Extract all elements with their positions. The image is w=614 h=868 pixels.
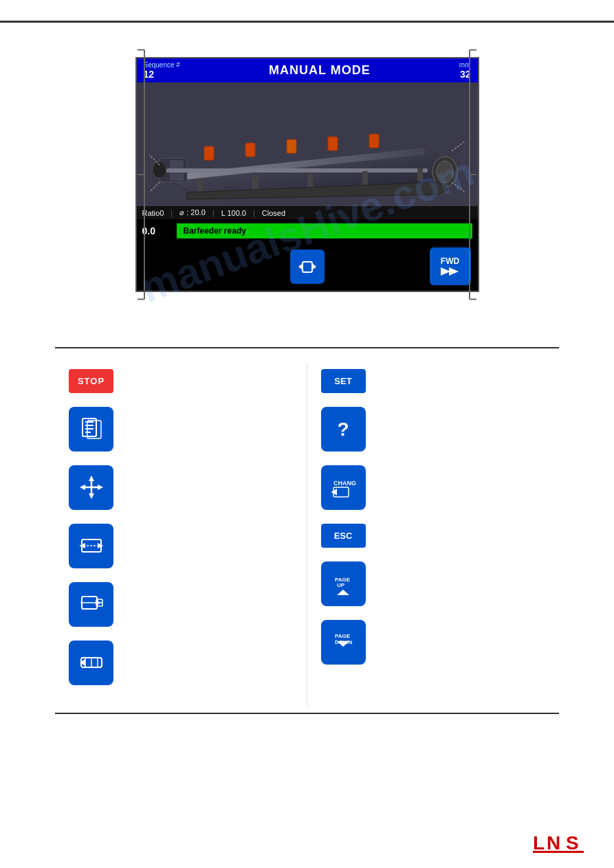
svg-point-12 [437,161,453,183]
svg-marker-29 [449,267,459,276]
svg-line-13 [452,141,465,151]
page-down-button[interactable]: PAGE DOWN [321,620,366,665]
pages-row [69,407,293,452]
help-row: ? [321,407,546,452]
svg-marker-56 [96,600,101,605]
svg-marker-48 [80,485,85,490]
svg-text:PAGE: PAGE [335,633,351,639]
state-display: Closed [262,209,285,217]
length-display: L 100.0 [221,209,246,217]
feed-button[interactable] [69,582,113,627]
controls-left-column: STOP [55,362,307,706]
mode-display: MANUAL MODE [269,63,371,78]
svg-rect-41 [85,428,94,430]
status-bar: Ratio0 | ⌀ : 20.0 | L 100.0 | Closed [137,206,478,219]
screen-header: Sequence # 12 MANUAL MODE mm 32 [137,58,478,82]
svg-rect-76 [533,851,584,853]
controls-right-column: SET ? CHANGE [307,362,560,706]
svg-rect-21 [417,168,423,181]
conveyor-row [69,641,293,685]
controls-grid: STOP [55,362,559,706]
svg-rect-7 [287,140,296,153]
svg-rect-19 [307,174,313,188]
svg-rect-20 [362,171,368,185]
mm-value: 32 [460,69,471,80]
page-up-button[interactable]: PAGE UP [321,561,366,606]
svg-marker-47 [89,493,94,499]
controls-section: STOP [28,347,586,714]
svg-point-3 [153,162,166,178]
diameter-display: ⌀ : 20.0 [179,208,206,217]
svg-rect-23 [303,262,312,272]
svg-rect-40 [85,425,94,426]
controls-bottom-divider [55,713,559,714]
svg-rect-9 [369,134,379,148]
stop-button[interactable]: STOP [69,369,113,393]
svg-text:CHANGE: CHANGE [333,480,356,487]
sequence-value: 12 [144,69,180,80]
pages-button[interactable] [69,407,113,452]
svg-line-16 [149,182,160,192]
change-row: CHANGE [321,465,546,510]
barfeeder-status: Barfeeder ready [177,223,472,238]
svg-rect-17 [197,179,203,192]
sequence-display: Sequence # 12 [144,61,180,80]
set-button[interactable]: SET [321,369,366,393]
controls-top-divider [55,347,559,348]
feed-row [69,582,293,627]
resize-button[interactable] [69,524,113,568]
help-button[interactable]: ? [321,407,366,452]
page-down-row: PAGE DOWN [321,620,546,665]
lns-logo: L N S [531,830,586,854]
svg-rect-5 [204,146,214,160]
svg-line-14 [452,182,465,192]
svg-text:N: N [547,832,560,854]
machine-image [137,82,478,206]
svg-marker-69 [337,590,349,595]
svg-rect-39 [85,421,94,423]
svg-marker-28 [441,267,450,276]
svg-rect-8 [328,137,338,151]
svg-rect-18 [252,177,258,190]
page-up-row: PAGE UP [321,561,546,606]
main-content: Sequence # 12 MANUAL MODE mm 32 [0,23,614,742]
jog-button[interactable] [290,249,325,284]
fwd-button[interactable]: FWD [430,247,471,285]
screen-bottom: 0.0 Barfeeder ready [137,219,478,243]
lns-logo-container: L N S [531,830,586,854]
ratio-label: Ratio0 [142,209,164,217]
position-value: 0.0 [142,225,170,236]
sequence-label: Sequence # [144,61,180,69]
change-button[interactable]: CHANGE [321,465,366,510]
svg-rect-10 [166,168,428,173]
conveyor-button[interactable] [69,641,113,685]
svg-rect-6 [245,143,255,157]
svg-text:S: S [566,832,579,854]
stop-row: STOP [69,369,293,393]
mm-display: mm 32 [459,61,471,80]
esc-button[interactable]: ESC [321,524,366,548]
mm-label: mm [459,61,471,69]
move-row [69,465,293,510]
machine-screen: Sequence # 12 MANUAL MODE mm 32 [135,57,479,292]
svg-rect-38 [83,419,96,436]
machine-svg [149,86,465,203]
svg-rect-42 [85,432,91,433]
move-button[interactable] [69,465,113,510]
svg-text:L: L [533,832,545,854]
svg-text:UP: UP [337,582,345,588]
set-row: SET [321,369,546,393]
resize-row [69,524,293,568]
esc-row: ESC [321,524,546,548]
svg-marker-49 [98,485,103,490]
screen-controls: FWD [137,243,478,291]
svg-marker-46 [89,476,94,481]
